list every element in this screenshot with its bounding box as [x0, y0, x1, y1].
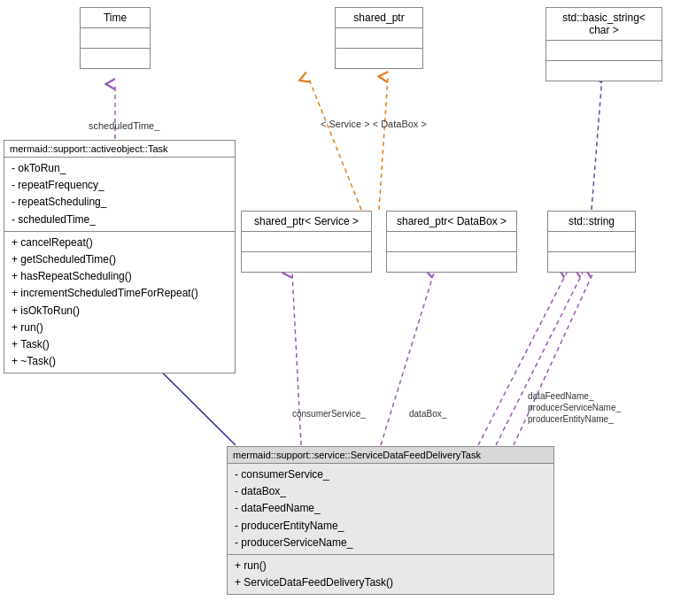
task-attr-1: - okToRun_	[12, 160, 228, 177]
consumer-service-label: consumerService_	[292, 409, 366, 419]
main-task-methods: + run() + ServiceDataFeedDeliveryTask()	[228, 555, 553, 594]
time-section2	[81, 49, 150, 68]
task-attr-2: - repeatFrequency_	[12, 177, 228, 194]
std-string-label: std::string	[569, 215, 615, 227]
task-method-1: + cancelRepeat()	[12, 235, 228, 251]
std-string-box: std::string	[547, 211, 636, 273]
main-attr-4: - producerEntityName_	[235, 518, 546, 535]
task-method-4: + incrementScheduledTimeForRepeat()	[12, 285, 228, 302]
svg-line-2	[379, 77, 388, 210]
time-header: Time	[81, 8, 150, 28]
shared-ptr-service-header: shared_ptr< Service >	[242, 212, 371, 232]
std-basic-string-box: std::basic_string< char >	[545, 7, 662, 81]
task-attr-4: - scheduledTime_	[12, 212, 228, 228]
task-label: mermaid::support::activeobject::Task	[10, 143, 168, 154]
shared-ptr-databox-box: shared_ptr< DataBox >	[386, 211, 517, 273]
shared-ptr-section2	[336, 49, 422, 68]
producer-entity-name-label: producerEntityName_	[528, 414, 614, 424]
svg-line-1	[308, 77, 361, 210]
std-string-section2	[548, 252, 635, 272]
shared-ptr-databox-header: shared_ptr< DataBox >	[387, 212, 516, 232]
shared-ptr-databox-label: shared_ptr< DataBox >	[397, 215, 507, 227]
sp-service-section2	[242, 252, 371, 272]
main-task-label: mermaid::support::service::ServiceDataFe…	[233, 450, 481, 460]
producer-service-name-label: producerServiceName_	[528, 403, 621, 412]
time-box: Time	[80, 7, 151, 69]
svg-line-5	[292, 273, 301, 445]
sp-databox-section1	[387, 232, 516, 252]
shared-ptr-label: shared_ptr	[353, 12, 404, 24]
main-method-2: + ServiceDataFeedDeliveryTask()	[235, 574, 546, 591]
shared-ptr-header: shared_ptr	[336, 8, 422, 28]
shared-ptr-service-box: shared_ptr< Service >	[241, 211, 372, 273]
std-string-header: std::string	[548, 212, 635, 232]
task-method-7: + Task()	[12, 336, 228, 353]
sp-service-section1	[242, 232, 371, 252]
shared-ptr-box: shared_ptr	[335, 7, 423, 69]
main-task-attrs: - consumerService_ - dataBox_ - dataFeed…	[228, 464, 553, 555]
shared-ptr-service-label: shared_ptr< Service >	[254, 215, 359, 227]
databox-label: dataBox_	[409, 409, 446, 419]
std-basic-string-header: std::basic_string< char >	[546, 8, 661, 41]
scheduled-time-label: scheduledTime_	[89, 120, 159, 131]
task-attr-3: - repeatScheduling_	[12, 194, 228, 211]
std-basic-string-label: std::basic_string< char >	[562, 12, 646, 36]
task-method-5: + isOkToRun()	[12, 303, 228, 320]
main-attr-5: - producerServiceName_	[235, 535, 546, 551]
service-databox-label: < Service > < DataBox >	[321, 119, 427, 129]
task-methods: + cancelRepeat() + getScheduledTime() + …	[4, 232, 235, 373]
time-section1	[81, 28, 150, 49]
task-method-8: + ~Task()	[12, 353, 228, 370]
main-attr-3: - dataFeedName_	[235, 500, 546, 517]
std-basic-string-section1	[546, 41, 661, 61]
svg-line-3	[592, 77, 602, 210]
std-string-section1	[548, 232, 635, 252]
task-method-6: + run()	[12, 320, 228, 336]
task-method-3: + hasRepeatScheduling()	[12, 268, 228, 285]
diagram-container: Time scheduledTime_ shared_ptr < Service…	[0, 0, 673, 616]
main-method-1: + run()	[235, 558, 546, 574]
main-attr-2: - dataBox_	[235, 483, 546, 500]
time-label: Time	[104, 12, 127, 24]
sp-databox-section2	[387, 252, 516, 272]
std-basic-string-section2	[546, 61, 661, 81]
task-header: mermaid::support::activeobject::Task	[4, 141, 235, 158]
task-attrs: - okToRun_ - repeatFrequency_ - repeatSc…	[4, 158, 235, 232]
main-attr-1: - consumerService_	[235, 466, 546, 483]
shared-ptr-section1	[336, 28, 422, 49]
svg-line-6	[381, 273, 434, 445]
main-task-header: mermaid::support::service::ServiceDataFe…	[228, 447, 553, 464]
main-task-box: mermaid::support::service::ServiceDataFe…	[227, 446, 554, 595]
data-feed-name-label: dataFeedName_	[528, 391, 594, 401]
task-box: mermaid::support::activeobject::Task - o…	[4, 140, 236, 373]
task-method-2: + getScheduledTime()	[12, 251, 228, 268]
